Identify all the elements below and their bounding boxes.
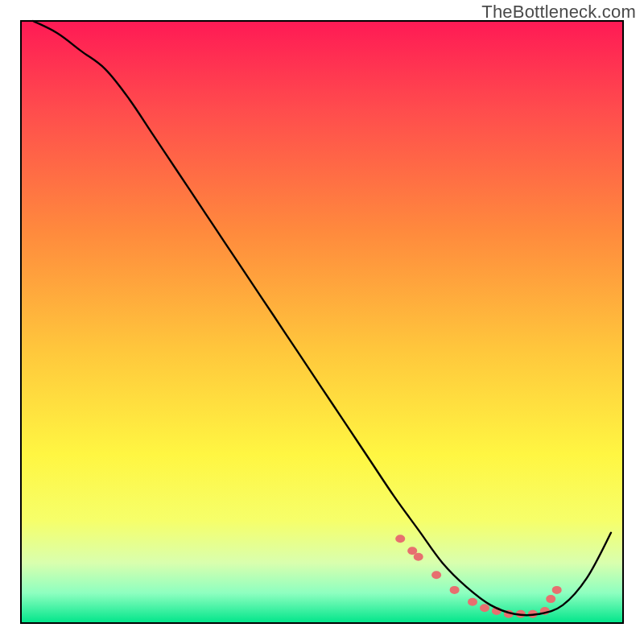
marker-point — [431, 571, 441, 579]
marker-point — [414, 553, 423, 561]
bottleneck-chart — [0, 0, 644, 644]
plot-background — [21, 21, 623, 623]
marker-point — [468, 598, 477, 606]
marker-point — [546, 595, 555, 603]
marker-point — [480, 604, 489, 612]
watermark-label: TheBottleneck.com — [481, 2, 636, 23]
marker-point — [450, 586, 460, 594]
chart-frame: TheBottleneck.com — [0, 0, 644, 644]
marker-point — [552, 586, 562, 594]
marker-point — [395, 535, 405, 543]
